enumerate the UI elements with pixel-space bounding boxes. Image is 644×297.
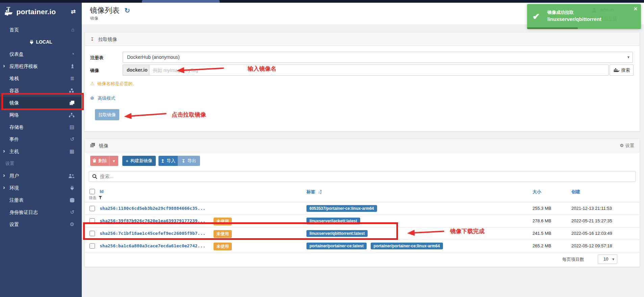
toast-title: 镜像成功拉取: [547, 9, 574, 16]
size-cell: 265.2 MB: [532, 243, 551, 248]
sidebar-item-registries[interactable]: 注册表: [0, 194, 82, 206]
table-settings-button[interactable]: ⚙设置: [620, 139, 634, 152]
image-prefix-addon: docker.io: [123, 65, 149, 76]
export-label: 导出: [187, 158, 196, 164]
sidebar-item-app-templates[interactable]: › 应用程序模板: [0, 60, 82, 72]
volumes-icon: ▤: [70, 121, 74, 133]
page-title-text: 镜像列表: [90, 6, 120, 15]
table-row: sha256:ba1c6a880a3cace7ecda61ec0e2742...…: [85, 240, 640, 252]
sidebar-item-label: 网络: [9, 112, 19, 118]
select-all-checkbox[interactable]: [90, 189, 95, 194]
sidebar-item-environments[interactable]: › 环境: [0, 182, 82, 194]
sidebar-item-label: 事件: [9, 137, 19, 142]
sidebar-item-label: 身份验证日志: [9, 209, 38, 215]
toast-message: linuxserver/qbittorrent: [547, 16, 601, 22]
row-checkbox[interactable]: [90, 243, 95, 249]
build-image-label: 构建新镜像: [130, 158, 152, 164]
sidebar-item-auth-logs[interactable]: 身份验证日志 ↺: [0, 206, 82, 218]
sidebar-logo[interactable]: portainer.io ⇄: [0, 3, 82, 22]
refresh-icon[interactable]: ↻: [124, 7, 130, 14]
unused-badge: 未使用: [214, 243, 232, 250]
filter-funnel-icon: [99, 196, 102, 199]
sidebar-section-settings: 设置: [0, 157, 82, 170]
sidebar-item-stacks[interactable]: 堆栈 ≣: [0, 72, 82, 84]
sidebar-item-label: 堆栈: [9, 76, 19, 81]
delete-button[interactable]: 删除: [90, 156, 109, 166]
users-icon: [69, 170, 74, 182]
advanced-mode-link[interactable]: ⊕ 高级模式: [90, 95, 115, 101]
sidebar-nav: 首页 ⌂ LOCAL 仪表盘 ◔ › 应用程序模板 堆栈 ≣ 容器: [0, 24, 82, 230]
delete-dropdown-caret[interactable]: ▾: [109, 156, 118, 166]
logo-text: portainer.io: [16, 8, 56, 16]
annotation-text-pull-hint: 点击拉取镜像: [172, 111, 206, 119]
chevron-right-icon: ›: [3, 182, 5, 194]
warning-text: 镜像名称是必需的。: [97, 81, 137, 86]
chevron-right-icon: ›: [3, 145, 5, 157]
pull-image-panel: ↧ 拉取镜像 注册表 DockerHub (anonymous) ▾ 镜像 do…: [84, 32, 640, 131]
history-icon: ↺: [70, 133, 74, 145]
chevron-right-icon: ›: [3, 60, 5, 72]
sidebar-item-home[interactable]: 首页 ⌂: [0, 24, 82, 36]
dashboard-icon: ◔: [71, 48, 74, 60]
column-tags[interactable]: 标签 ↓AZ: [306, 189, 322, 195]
registry-search-button[interactable]: 搜索: [610, 65, 634, 76]
images-layers-icon: [90, 143, 95, 148]
home-icon: ⌂: [71, 24, 74, 36]
gear-icon: ⚙: [620, 143, 624, 148]
tag-badge: portainer/portainer-ce:latest: [306, 243, 367, 249]
sidebar-item-label: 首页: [9, 27, 19, 32]
sidebar-item-label: 容器: [9, 88, 19, 93]
close-icon[interactable]: ✕: [634, 6, 638, 11]
page-size-select[interactable]: 10 ▾: [598, 254, 617, 264]
sidebar-item-dashboard[interactable]: 仪表盘 ◔: [0, 48, 82, 60]
annotation-box-downloaded-row: [83, 222, 398, 240]
sidebar-item-events[interactable]: 事件 ↺: [0, 133, 82, 145]
size-cell: 241.5 MB: [532, 231, 551, 236]
page-title: 镜像列表 ↻: [90, 5, 130, 16]
filter-control[interactable]: 筛选: [89, 195, 102, 200]
pull-image-button[interactable]: 拉取镜像: [95, 109, 119, 120]
filter-label: 筛选: [89, 196, 96, 200]
chevron-down-icon: ▾: [612, 255, 614, 264]
sidebar-item-host[interactable]: › 主机 ▦: [0, 145, 82, 157]
image-name-input[interactable]: [149, 65, 609, 76]
download-icon: ↧: [182, 158, 185, 164]
sidebar-item-volumes[interactable]: 存储卷 ▤: [0, 121, 82, 133]
export-button[interactable]: ↧ 导出: [178, 156, 200, 166]
endpoint-label: LOCAL: [36, 39, 52, 45]
registry-select[interactable]: DockerHub (anonymous) ▾: [123, 52, 633, 63]
toast-notification[interactable]: ✔ 镜像成功拉取 linuxserver/qbittorrent ✕: [527, 4, 641, 29]
sidebar-endpoint-local[interactable]: LOCAL: [0, 36, 82, 48]
warning-icon: ⚠: [90, 81, 95, 86]
search-icon: [92, 174, 97, 179]
sidebar-item-label: 注册表: [9, 197, 24, 203]
database-icon: [70, 194, 74, 206]
sidebar-item-settings[interactable]: 设置 ⚙: [0, 218, 82, 230]
column-created[interactable]: 创建: [571, 189, 580, 195]
breadcrumb: 镜像: [90, 16, 98, 21]
import-label: 导入: [167, 158, 175, 164]
sidebar-item-label: 应用程序模板: [9, 64, 38, 69]
image-id-link[interactable]: sha256:1180c6cd5eb3b2e29cf98884666c35...: [100, 206, 205, 211]
sort-alpha-icon: ↓AZ: [318, 189, 322, 194]
sidebar-item-label: 存储卷: [9, 124, 24, 130]
sidebar: portainer.io ⇄ 首页 ⌂ LOCAL 仪表盘 ◔ › 应用程序模板…: [0, 3, 82, 297]
created-cell: 2021-12-13 21:11:53: [571, 206, 612, 211]
row-checkbox[interactable]: [90, 206, 95, 211]
registry-search-label: 搜索: [621, 67, 630, 73]
size-cell: 278.6 MB: [532, 218, 551, 223]
image-id-link[interactable]: sha256:ba1c6a880a3cace7ecda61ec0e2742...: [100, 243, 205, 248]
import-button[interactable]: ↥ 导入: [158, 156, 178, 166]
sidebar-item-networks[interactable]: 网络: [0, 109, 82, 121]
created-cell: 2022-05-21 15:27:35: [571, 218, 612, 223]
sidebar-item-users[interactable]: › 用户: [0, 170, 82, 182]
sidebar-toggle-icon[interactable]: ⇄: [71, 8, 76, 15]
tag-badge: 6053537/portainer-ce:linux-arm64: [306, 205, 377, 212]
build-image-button[interactable]: + 构建新镜像: [122, 156, 156, 166]
column-id[interactable]: Id: [100, 189, 104, 194]
column-size[interactable]: 大小: [532, 189, 541, 195]
page-size-value: 10: [603, 256, 608, 262]
table-search-input[interactable]: [100, 172, 633, 181]
check-icon: ✔: [532, 11, 540, 22]
trash-icon: [93, 158, 96, 164]
